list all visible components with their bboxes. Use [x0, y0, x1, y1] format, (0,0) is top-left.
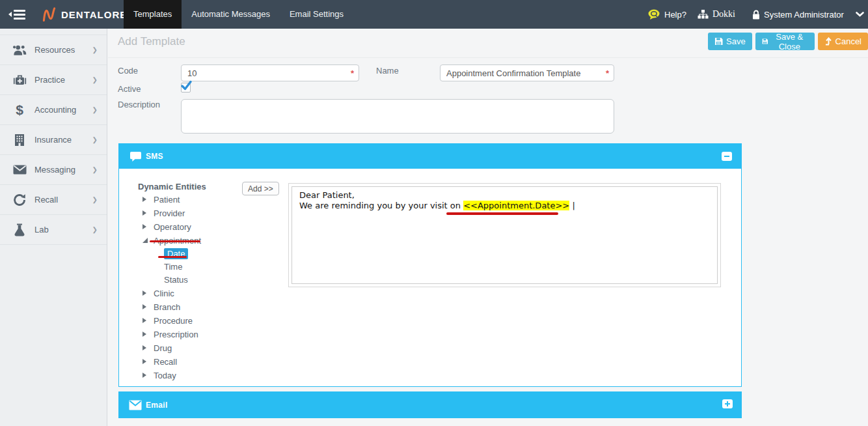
refresh-icon	[11, 193, 28, 206]
collapse-icon[interactable]	[722, 152, 732, 161]
merge-field-token: <<Appointment.Date>>	[463, 201, 569, 210]
tree-node-appointment-date[interactable]: Date	[164, 248, 206, 261]
expand-arrow-icon[interactable]	[142, 341, 154, 354]
sidebar-toggle-icon[interactable]	[8, 7, 28, 21]
page-title: Add Template	[118, 35, 185, 48]
email-panel-title: Email	[146, 401, 168, 410]
annotation-underline-appointment	[150, 240, 200, 242]
email-panel-header[interactable]: Email	[118, 391, 742, 418]
header-divider	[108, 57, 868, 58]
tree-node-prescription[interactable]: Prescription	[142, 328, 206, 341]
save-button[interactable]: Save	[708, 33, 752, 50]
sidebar-item-resources[interactable]: Resources	[0, 35, 107, 65]
tree-node-appointment-time[interactable]: Time	[164, 261, 206, 274]
sidebar-item-accounting[interactable]: $ Accounting	[0, 95, 107, 125]
tab-email-settings[interactable]: Email Settings	[280, 0, 353, 29]
chevron-right-icon	[92, 226, 98, 233]
sidebar-item-label: Insurance	[34, 135, 92, 145]
annotation-underline-date	[158, 256, 187, 258]
user-menu[interactable]: System Administrator	[752, 0, 864, 29]
tree-node-provider[interactable]: Provider	[142, 206, 206, 220]
tree-node-recall[interactable]: Recall	[142, 355, 206, 369]
floppy-icon	[714, 37, 723, 46]
expand-arrow-icon[interactable]	[142, 193, 154, 206]
active-checkbox[interactable]	[181, 83, 191, 92]
annotation-underline-token	[446, 212, 558, 215]
brand[interactable]: DENTALORE	[42, 0, 127, 29]
top-navbar: DENTALORE Templates Automatic Messages E…	[0, 0, 868, 29]
hamburger-icon	[14, 10, 25, 20]
chevron-right-icon	[92, 76, 98, 83]
required-asterisk: *	[351, 68, 354, 78]
sidebar-item-recall[interactable]: Recall	[0, 185, 107, 215]
name-label: Name	[376, 66, 399, 76]
tree-node-patient[interactable]: Patient	[142, 193, 206, 206]
description-label: Description	[118, 100, 160, 109]
expand-arrow-icon[interactable]	[142, 220, 154, 233]
sidebar-item-label: Recall	[34, 195, 92, 205]
user-name: System Administrator	[764, 10, 844, 20]
tree-node-branch[interactable]: Branch	[142, 300, 206, 314]
save-label: Save	[726, 36, 746, 46]
practice-menu[interactable]: Dokki	[698, 0, 735, 29]
expand-arrow-icon[interactable]	[142, 287, 154, 300]
sidebar-item-label: Resources	[34, 45, 92, 55]
tree-node-drug[interactable]: Drug	[142, 341, 206, 355]
name-field-wrap: *	[440, 64, 614, 81]
required-asterisk: *	[606, 68, 609, 78]
tab-automatic-messages[interactable]: Automatic Messages	[182, 0, 280, 29]
dentalore-logo-icon	[42, 5, 57, 23]
sidebar-item-label: Accounting	[34, 105, 92, 115]
code-field-wrap: *	[181, 64, 359, 81]
expand-arrow-icon[interactable]	[142, 328, 154, 341]
tab-templates[interactable]: Templates	[124, 0, 182, 29]
cancel-label: Cancel	[835, 36, 861, 46]
sidebar-item-lab[interactable]: Lab	[0, 215, 107, 245]
code-input[interactable]	[181, 64, 359, 81]
help-menu[interactable]: Help?	[648, 0, 686, 29]
tree-header: Dynamic Entities	[138, 182, 206, 193]
practice-name: Dokki	[712, 9, 735, 20]
appointment-children: Date Time Status	[142, 248, 206, 287]
users-icon	[11, 44, 28, 56]
chevron-right-icon	[92, 46, 98, 53]
sms-panel-header[interactable]: SMS	[119, 144, 741, 169]
description-textarea[interactable]	[181, 99, 614, 134]
sidebar-item-messaging[interactable]: Messaging	[0, 155, 107, 185]
expand-arrow-icon[interactable]	[142, 314, 154, 327]
editor-line: We are reminding you by your visit on <<…	[299, 201, 710, 211]
tree-node-operatory[interactable]: Operatory	[142, 220, 206, 234]
floppy-icon	[762, 37, 768, 46]
tree-node-clinic[interactable]: Clinic	[142, 287, 206, 300]
help-label: Help?	[664, 10, 686, 20]
flask-icon	[11, 223, 28, 236]
name-input[interactable]	[440, 64, 614, 81]
nav-tabs: Templates Automatic Messages Email Setti…	[124, 0, 353, 29]
expand-arrow-icon[interactable]	[142, 369, 154, 382]
chevron-down-icon	[856, 12, 864, 17]
tree-node-appointment-status[interactable]: Status	[164, 274, 206, 287]
level-up-icon	[824, 37, 832, 46]
expand-icon[interactable]	[722, 399, 733, 408]
chevron-right-icon	[92, 106, 98, 113]
add-entity-button[interactable]: Add >>	[242, 182, 279, 195]
expand-arrow-icon[interactable]	[142, 206, 154, 220]
editor-line: Dear Patient,	[299, 190, 710, 201]
expand-arrow-icon[interactable]	[142, 300, 154, 313]
chevron-right-icon	[92, 136, 98, 143]
medical-bag-icon	[11, 74, 28, 87]
sms-message-editor[interactable]: Dear Patient, We are reminding you by yo…	[292, 186, 718, 284]
cancel-button[interactable]: Cancel	[818, 33, 868, 50]
tree-node-procedure[interactable]: Procedure	[142, 314, 206, 328]
chevron-right-icon	[92, 166, 98, 173]
sidebar-item-insurance[interactable]: Insurance	[0, 125, 107, 155]
sidebar-item-practice[interactable]: Practice	[0, 65, 107, 95]
expand-arrow-icon[interactable]	[142, 355, 154, 368]
help-bubble-icon	[648, 9, 660, 20]
save-close-label: Save & Close	[771, 32, 808, 51]
save-and-close-button[interactable]: Save & Close	[755, 33, 815, 50]
envelope-icon	[11, 165, 28, 175]
code-label: Code	[118, 66, 138, 76]
sidebar-item-label: Lab	[34, 225, 92, 234]
tree-node-today[interactable]: Today	[142, 369, 206, 382]
